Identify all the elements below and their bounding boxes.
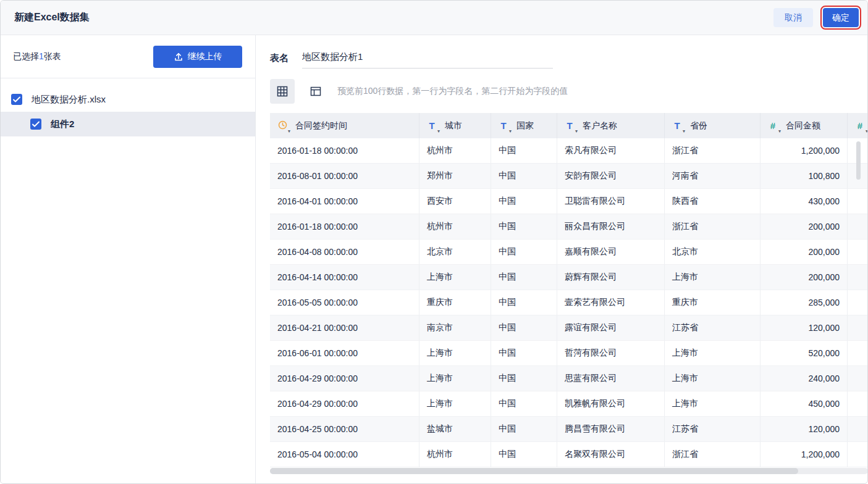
column-header-label: 省份 (690, 120, 707, 131)
table-cell: 2016-04-29 00:00:00 (270, 391, 419, 417)
column-header-省份[interactable]: T▾省份 (665, 113, 761, 138)
column-dropdown-icon[interactable]: ▾ (575, 128, 578, 134)
column-header-国家[interactable]: T▾国家 (491, 113, 557, 138)
vertical-scrollbar[interactable] (856, 141, 861, 180)
text-type-icon: T (427, 120, 437, 131)
column-header-partial[interactable]: #▾ (848, 113, 867, 138)
table-cell: 2016-01-18 00:00:00 (270, 214, 419, 240)
table-cell: 中国 (491, 164, 557, 189)
table-cell: 壹索艺有限公司 (557, 290, 665, 315)
column-dropdown-icon[interactable]: ▾ (288, 128, 290, 134)
selected-tables-text: 已选择1张表 (13, 51, 61, 62)
table-cell: 杭州市 (419, 442, 491, 467)
table-cell: 120,000 (761, 417, 848, 442)
table-cell (848, 315, 867, 341)
cancel-button[interactable]: 取消 (773, 8, 813, 27)
table-cell: 中国 (491, 366, 557, 391)
column-header-合同金额[interactable]: #▾合同金额 (761, 113, 848, 138)
table-cell: 2016-08-01 00:00:00 (270, 164, 419, 189)
table-cell: 2016-04-08 00:00:00 (270, 240, 419, 265)
checkbox-checked-icon[interactable] (11, 94, 22, 105)
continue-upload-button[interactable]: 继续上传 (153, 46, 242, 68)
text-type-icon: T (672, 120, 682, 131)
table-cell: 杭州市 (419, 138, 491, 164)
column-dropdown-icon[interactable]: ▾ (778, 128, 781, 134)
table-cell: 郑州市 (419, 164, 491, 189)
table-cell: 哲菏有限公司 (557, 341, 665, 366)
table-row: 2016-04-25 00:00:00盐城市中国腾昌雪有限公司江苏省120,00… (270, 417, 867, 442)
table-cell: 上海市 (419, 391, 491, 417)
table-row: 2016-04-21 00:00:00南京市中国露谊有限公司江苏省120,000 (270, 315, 867, 341)
grid-view-button[interactable] (270, 79, 295, 104)
column-dropdown-icon[interactable]: ▾ (437, 128, 440, 134)
table-name-row: 表名 (270, 49, 867, 69)
table-cell: 名聚双有限公司 (557, 442, 665, 467)
text-type-icon: T (499, 120, 508, 131)
table-cell: 北京市 (419, 240, 491, 265)
text-type-icon: T (565, 120, 575, 131)
tree-item-file[interactable]: 地区数据分析.xlsx (1, 87, 255, 112)
sidebar-header: 已选择1张表 继续上传 (1, 35, 255, 78)
table-cell: 2016-04-25 00:00:00 (270, 417, 419, 442)
selected-count: 1 (39, 51, 44, 61)
table-cell: 上海市 (419, 341, 491, 366)
horizontal-scrollbar-track[interactable] (270, 468, 867, 474)
table-cell: 上海市 (665, 391, 761, 417)
form-view-button[interactable] (303, 79, 328, 104)
table-cell: 露谊有限公司 (557, 315, 665, 341)
table-cell: 重庆市 (419, 290, 491, 315)
table-cell: 430,000 (761, 189, 848, 214)
table-cell: 2016-06-01 00:00:00 (270, 341, 419, 366)
column-dropdown-icon[interactable]: ▾ (683, 128, 685, 134)
table-cell (848, 442, 867, 467)
table-cell: 杭州市 (419, 214, 491, 240)
table-cell: 中国 (491, 315, 557, 341)
tree-item-label: 地区数据分析.xlsx (32, 94, 106, 106)
table-cell: 河南省 (665, 164, 761, 189)
confirm-button[interactable]: 确定 (823, 8, 859, 27)
table-cell: 中国 (491, 189, 557, 214)
selected-prefix: 已选择 (13, 51, 39, 61)
main-panel: 表名 预览前 (256, 35, 867, 484)
grid-view-icon (276, 85, 289, 98)
table-cell: 浙江省 (665, 442, 761, 467)
horizontal-scrollbar-thumb[interactable] (270, 468, 798, 474)
column-header-label: 客户名称 (583, 120, 617, 131)
page-title: 新建Excel数据集 (14, 11, 90, 24)
number-type-icon: # (768, 120, 778, 131)
table-cell: 200,000 (761, 214, 848, 240)
column-header-客户名称[interactable]: T▾客户名称 (557, 113, 665, 138)
table-cell: 1,200,000 (761, 442, 848, 467)
tree-item-label: 组件2 (51, 119, 74, 130)
checkbox-checked-icon[interactable] (30, 119, 41, 130)
table-cell: 西安市 (419, 189, 491, 214)
table-cell: 200,000 (761, 265, 848, 290)
table-cell: 中国 (491, 391, 557, 417)
table-cell: 江苏省 (665, 417, 761, 442)
column-header-合同签约时间[interactable]: ▾合同签约时间 (270, 113, 419, 138)
upload-button-label: 继续上传 (188, 51, 222, 62)
column-dropdown-icon[interactable]: ▾ (509, 128, 512, 134)
table-cell: 450,000 (761, 391, 848, 417)
column-dropdown-icon[interactable]: ▾ (866, 128, 867, 134)
table-cell: 中国 (491, 442, 557, 467)
upload-icon (174, 52, 183, 62)
new-excel-dataset-dialog: 新建Excel数据集 取消 确定 已选择1张表 继续上传 (0, 0, 868, 484)
table-cell: 中国 (491, 265, 557, 290)
table-cell: 285,000 (761, 290, 848, 315)
table-row: 2016-01-18 00:00:00杭州市中国索凡有限公司浙江省1,200,0… (270, 138, 867, 164)
table-name-input[interactable] (302, 49, 553, 69)
table-cell (848, 341, 867, 366)
table-cell: 上海市 (419, 265, 491, 290)
table-cell (848, 290, 867, 315)
table-cell: 上海市 (665, 265, 761, 290)
column-header-城市[interactable]: T▾城市 (419, 113, 491, 138)
table-cell (848, 214, 867, 240)
table-row: 2016-05-05 00:00:00重庆市中国壹索艺有限公司重庆市285,00… (270, 290, 867, 315)
table-cell: 卫聪雷有限公司 (557, 189, 665, 214)
file-tree: 地区数据分析.xlsx 组件2 (1, 78, 255, 136)
tree-item-sheet[interactable]: 组件2 (1, 112, 255, 136)
table-cell: 江苏省 (665, 315, 761, 341)
table-row: 2016-05-04 00:00:00杭州市中国名聚双有限公司浙江省1,200,… (270, 442, 867, 467)
table-name-label: 表名 (270, 49, 289, 64)
